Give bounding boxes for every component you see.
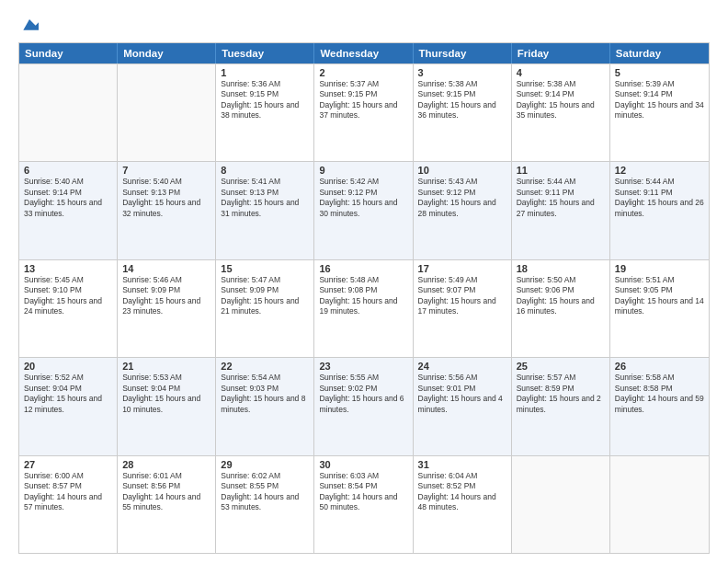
cal-cell: 10Sunrise: 5:43 AM Sunset: 9:12 PM Dayli… — [414, 162, 512, 259]
day-number: 14 — [122, 263, 210, 274]
cal-cell: 4Sunrise: 5:38 AM Sunset: 9:14 PM Daylig… — [512, 64, 610, 161]
day-info: Sunrise: 5:56 AM Sunset: 9:01 PM Dayligh… — [418, 373, 506, 415]
day-number: 15 — [221, 263, 309, 274]
cal-cell: 29Sunrise: 6:02 AM Sunset: 8:55 PM Dayli… — [216, 456, 314, 553]
day-info: Sunrise: 5:44 AM Sunset: 9:11 PM Dayligh… — [517, 177, 605, 219]
cal-cell: 23Sunrise: 5:55 AM Sunset: 9:02 PM Dayli… — [314, 358, 413, 454]
day-info: Sunrise: 5:53 AM Sunset: 9:04 PM Dayligh… — [122, 373, 210, 415]
cal-cell: 2Sunrise: 5:37 AM Sunset: 9:15 PM Daylig… — [314, 64, 413, 161]
day-info: Sunrise: 5:58 AM Sunset: 8:58 PM Dayligh… — [615, 373, 704, 415]
header — [18, 15, 710, 33]
day-number: 6 — [24, 165, 112, 176]
day-info: Sunrise: 5:46 AM Sunset: 9:09 PM Dayligh… — [122, 275, 210, 317]
day-number: 5 — [615, 67, 704, 78]
cal-cell — [118, 64, 216, 161]
cal-cell: 5Sunrise: 5:39 AM Sunset: 9:14 PM Daylig… — [610, 64, 709, 161]
calendar-body: 1Sunrise: 5:36 AM Sunset: 9:15 PM Daylig… — [19, 63, 709, 553]
day-number: 19 — [615, 263, 704, 274]
cal-cell: 9Sunrise: 5:42 AM Sunset: 9:12 PM Daylig… — [314, 162, 413, 259]
day-number: 7 — [122, 165, 210, 176]
svg-marker-0 — [23, 19, 39, 30]
cal-week-row-4: 27Sunrise: 6:00 AM Sunset: 8:57 PM Dayli… — [19, 455, 709, 553]
cal-cell — [610, 456, 709, 553]
day-info: Sunrise: 5:51 AM Sunset: 9:05 PM Dayligh… — [615, 275, 704, 317]
day-number: 27 — [24, 459, 112, 470]
day-number: 30 — [319, 459, 407, 470]
day-info: Sunrise: 5:55 AM Sunset: 9:02 PM Dayligh… — [319, 373, 407, 415]
cal-cell — [19, 64, 118, 161]
cal-cell: 3Sunrise: 5:38 AM Sunset: 9:15 PM Daylig… — [414, 64, 512, 161]
day-info: Sunrise: 5:52 AM Sunset: 9:04 PM Dayligh… — [24, 373, 112, 415]
day-info: Sunrise: 5:38 AM Sunset: 9:14 PM Dayligh… — [517, 79, 605, 121]
day-number: 1 — [221, 67, 309, 78]
cal-week-row-0: 1Sunrise: 5:36 AM Sunset: 9:15 PM Daylig… — [19, 63, 709, 161]
day-number: 13 — [24, 263, 112, 274]
day-number: 29 — [221, 459, 309, 470]
cal-cell: 22Sunrise: 5:54 AM Sunset: 9:03 PM Dayli… — [216, 358, 314, 454]
cal-cell: 1Sunrise: 5:36 AM Sunset: 9:15 PM Daylig… — [216, 64, 314, 161]
logo-icon — [20, 15, 39, 33]
day-info: Sunrise: 5:47 AM Sunset: 9:09 PM Dayligh… — [221, 275, 309, 317]
day-info: Sunrise: 5:42 AM Sunset: 9:12 PM Dayligh… — [319, 177, 407, 219]
cal-header-wednesday: Wednesday — [314, 43, 413, 63]
page: SundayMondayTuesdayWednesdayThursdayFrid… — [0, 0, 728, 563]
cal-week-row-1: 6Sunrise: 5:40 AM Sunset: 9:14 PM Daylig… — [19, 161, 709, 259]
day-number: 23 — [319, 361, 407, 372]
day-info: Sunrise: 5:44 AM Sunset: 9:11 PM Dayligh… — [615, 177, 704, 219]
day-info: Sunrise: 6:04 AM Sunset: 8:52 PM Dayligh… — [418, 471, 506, 513]
day-number: 31 — [418, 459, 506, 470]
day-info: Sunrise: 5:37 AM Sunset: 9:15 PM Dayligh… — [319, 79, 407, 121]
cal-cell: 17Sunrise: 5:49 AM Sunset: 9:07 PM Dayli… — [414, 260, 512, 357]
day-info: Sunrise: 5:45 AM Sunset: 9:10 PM Dayligh… — [24, 275, 112, 317]
day-number: 28 — [122, 459, 210, 470]
cal-cell: 30Sunrise: 6:03 AM Sunset: 8:54 PM Dayli… — [314, 456, 413, 553]
cal-cell: 8Sunrise: 5:41 AM Sunset: 9:13 PM Daylig… — [216, 162, 314, 259]
day-number: 18 — [517, 263, 605, 274]
day-info: Sunrise: 5:41 AM Sunset: 9:13 PM Dayligh… — [221, 177, 309, 219]
day-number: 26 — [615, 361, 704, 372]
cal-week-row-2: 13Sunrise: 5:45 AM Sunset: 9:10 PM Dayli… — [19, 259, 709, 357]
day-number: 3 — [418, 67, 506, 78]
cal-cell: 12Sunrise: 5:44 AM Sunset: 9:11 PM Dayli… — [610, 162, 709, 259]
day-number: 21 — [122, 361, 210, 372]
day-info: Sunrise: 5:39 AM Sunset: 9:14 PM Dayligh… — [615, 79, 704, 121]
logo — [18, 15, 39, 33]
day-info: Sunrise: 5:40 AM Sunset: 9:14 PM Dayligh… — [24, 177, 112, 219]
day-info: Sunrise: 5:57 AM Sunset: 8:59 PM Dayligh… — [517, 373, 605, 415]
cal-cell: 14Sunrise: 5:46 AM Sunset: 9:09 PM Dayli… — [118, 260, 216, 357]
cal-cell: 20Sunrise: 5:52 AM Sunset: 9:04 PM Dayli… — [19, 358, 118, 454]
day-number: 4 — [517, 67, 605, 78]
cal-header-friday: Friday — [512, 43, 610, 63]
cal-cell: 25Sunrise: 5:57 AM Sunset: 8:59 PM Dayli… — [512, 358, 610, 454]
cal-cell: 16Sunrise: 5:48 AM Sunset: 9:08 PM Dayli… — [314, 260, 413, 357]
day-info: Sunrise: 5:36 AM Sunset: 9:15 PM Dayligh… — [221, 79, 309, 121]
cal-header-saturday: Saturday — [610, 43, 709, 63]
cal-cell — [512, 456, 610, 553]
day-number: 10 — [418, 165, 506, 176]
cal-cell: 21Sunrise: 5:53 AM Sunset: 9:04 PM Dayli… — [118, 358, 216, 454]
cal-cell: 6Sunrise: 5:40 AM Sunset: 9:14 PM Daylig… — [19, 162, 118, 259]
day-number: 16 — [319, 263, 407, 274]
cal-cell: 13Sunrise: 5:45 AM Sunset: 9:10 PM Dayli… — [19, 260, 118, 357]
cal-header-monday: Monday — [118, 43, 216, 63]
day-info: Sunrise: 6:02 AM Sunset: 8:55 PM Dayligh… — [221, 471, 309, 513]
day-number: 24 — [418, 361, 506, 372]
day-info: Sunrise: 5:49 AM Sunset: 9:07 PM Dayligh… — [418, 275, 506, 317]
day-number: 11 — [517, 165, 605, 176]
day-number: 8 — [221, 165, 309, 176]
cal-week-row-3: 20Sunrise: 5:52 AM Sunset: 9:04 PM Dayli… — [19, 357, 709, 454]
day-number: 17 — [418, 263, 506, 274]
cal-cell: 26Sunrise: 5:58 AM Sunset: 8:58 PM Dayli… — [610, 358, 709, 454]
cal-cell: 7Sunrise: 5:40 AM Sunset: 9:13 PM Daylig… — [118, 162, 216, 259]
day-info: Sunrise: 6:01 AM Sunset: 8:56 PM Dayligh… — [122, 471, 210, 513]
cal-cell: 18Sunrise: 5:50 AM Sunset: 9:06 PM Dayli… — [512, 260, 610, 357]
day-number: 22 — [221, 361, 309, 372]
day-info: Sunrise: 5:38 AM Sunset: 9:15 PM Dayligh… — [418, 79, 506, 121]
cal-cell: 31Sunrise: 6:04 AM Sunset: 8:52 PM Dayli… — [414, 456, 512, 553]
day-number: 2 — [319, 67, 407, 78]
day-info: Sunrise: 6:03 AM Sunset: 8:54 PM Dayligh… — [319, 471, 407, 513]
day-number: 20 — [24, 361, 112, 372]
cal-cell: 15Sunrise: 5:47 AM Sunset: 9:09 PM Dayli… — [216, 260, 314, 357]
day-number: 25 — [517, 361, 605, 372]
day-info: Sunrise: 5:50 AM Sunset: 9:06 PM Dayligh… — [517, 275, 605, 317]
